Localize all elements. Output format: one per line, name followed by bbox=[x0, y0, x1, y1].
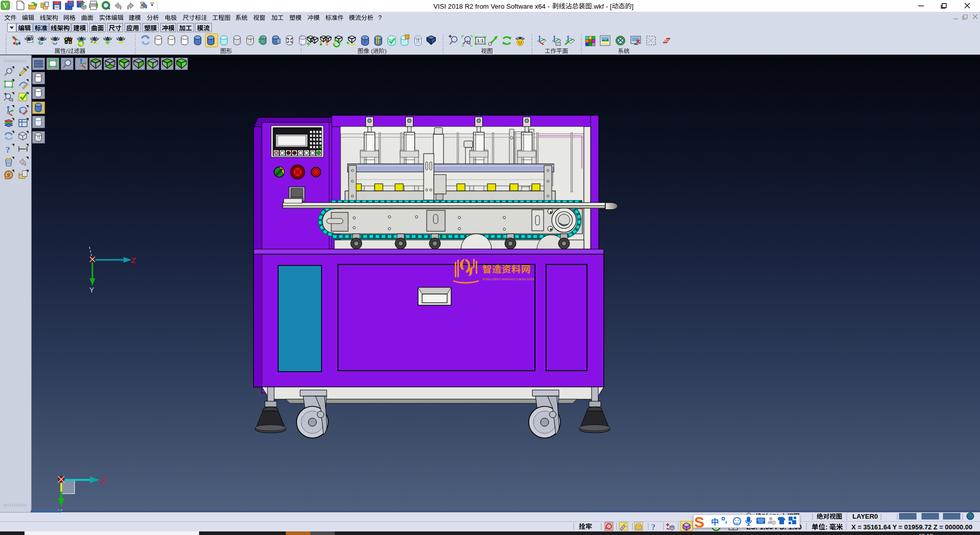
svg-text:7: 7 bbox=[773, 521, 775, 525]
svg-text:S: S bbox=[694, 514, 704, 530]
